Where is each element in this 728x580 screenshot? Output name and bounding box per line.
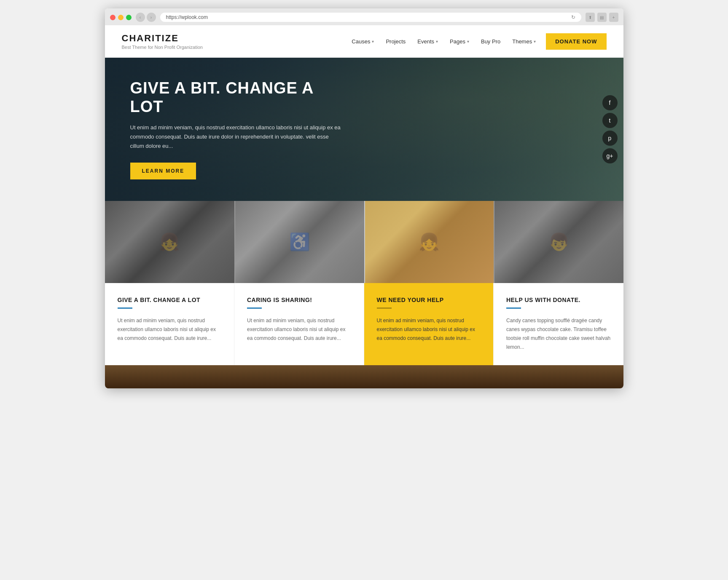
logo-subtitle: Best Theme for Non Profit Organization xyxy=(122,45,203,50)
photo-2 xyxy=(235,201,364,283)
add-tab-icon[interactable]: + xyxy=(609,13,618,22)
minimize-button[interactable] xyxy=(118,15,124,20)
chevron-down-icon: ▾ xyxy=(467,39,469,44)
browser-actions: ⬆ ▤ + xyxy=(586,13,618,22)
maximize-button[interactable] xyxy=(126,15,132,20)
browser-chrome: ‹ › https://wplook.com ↻ ⬆ ▤ + xyxy=(105,8,623,25)
info-cards-section: GIVE A BIT. CHANGE A LOT Ut enim ad mini… xyxy=(105,283,623,365)
card-3-text: Ut enim ad minim veniam, quis nostrud ex… xyxy=(377,316,481,343)
back-button[interactable]: ‹ xyxy=(136,13,145,22)
card-3-title: WE NEED YOUR HELP xyxy=(377,297,481,303)
photo-cell-1 xyxy=(105,201,235,283)
nav-pages[interactable]: Pages ▾ xyxy=(450,38,469,45)
nav-causes[interactable]: Causes ▾ xyxy=(352,38,374,45)
photo-cell-4 xyxy=(494,201,623,283)
browser-window: ‹ › https://wplook.com ↻ ⬆ ▤ + CHARITIZE… xyxy=(105,8,623,388)
twitter-icon[interactable]: t xyxy=(602,113,618,128)
footer-bg xyxy=(105,365,623,388)
chevron-down-icon: ▾ xyxy=(436,39,438,44)
photo-cell-3 xyxy=(364,201,494,283)
url-display: https://wplook.com xyxy=(166,14,208,20)
hero-section: f t p g+ GIVE A BIT. CHANGE A LOT Ut eni… xyxy=(105,58,623,201)
info-card-2: CARING IS SHARING! Ut enim ad minim veni… xyxy=(234,283,364,365)
photo-4 xyxy=(494,201,623,283)
browser-top-bar: ‹ › https://wplook.com ↻ ⬆ ▤ + xyxy=(110,13,618,22)
card-4-text: Candy canes topping soufflé dragée candy… xyxy=(506,316,611,352)
traffic-lights xyxy=(110,15,132,20)
card-2-title: CARING IS SHARING! xyxy=(247,297,351,303)
chevron-down-icon: ▾ xyxy=(534,39,536,44)
card-3-divider xyxy=(377,307,392,309)
refresh-icon[interactable]: ↻ xyxy=(571,14,575,20)
card-2-text: Ut enim ad minim veniam, quis nostrud ex… xyxy=(247,316,351,343)
nav-events[interactable]: Events ▾ xyxy=(417,38,438,45)
site-content: CHARITIZE Best Theme for Non Profit Orga… xyxy=(105,25,623,388)
card-1-title: GIVE A BIT. CHANGE A LOT xyxy=(118,297,222,303)
info-card-1: GIVE A BIT. CHANGE A LOT Ut enim ad mini… xyxy=(105,283,235,365)
card-4-divider xyxy=(506,307,521,309)
browser-nav: ‹ › xyxy=(136,13,156,22)
pinterest-icon[interactable]: p xyxy=(602,131,618,146)
forward-button[interactable]: › xyxy=(147,13,156,22)
site-header: CHARITIZE Best Theme for Non Profit Orga… xyxy=(105,25,623,58)
photo-1 xyxy=(105,201,235,283)
nav-projects[interactable]: Projects xyxy=(386,38,406,45)
card-2-divider xyxy=(247,307,262,309)
learn-more-button[interactable]: LEARN MORE xyxy=(130,163,196,179)
google-plus-icon[interactable]: g+ xyxy=(602,148,618,163)
photo-cell-2 xyxy=(234,201,364,283)
share-icon[interactable]: ⬆ xyxy=(586,13,595,22)
photo-3 xyxy=(365,201,494,283)
social-sidebar: f t p g+ xyxy=(602,95,623,163)
donate-button[interactable]: DONATE NOW xyxy=(546,33,606,50)
nav-themes[interactable]: Themes ▾ xyxy=(512,38,536,45)
nav-buy-pro[interactable]: Buy Pro xyxy=(481,38,500,45)
hero-title: GIVE A BIT. CHANGE A LOT xyxy=(130,79,341,116)
address-bar[interactable]: https://wplook.com ↻ xyxy=(160,13,581,22)
card-1-text: Ut enim ad minim veniam, quis nostrud ex… xyxy=(118,316,222,343)
close-button[interactable] xyxy=(110,15,116,20)
photo-strip xyxy=(105,201,623,283)
logo-title: CHARITIZE xyxy=(122,33,203,44)
hero-text: Ut enim ad minim veniam, quis nostrud ex… xyxy=(130,123,341,151)
card-4-title: HELP US WITH DONATE. xyxy=(506,297,611,303)
footer-preview xyxy=(105,365,623,388)
site-logo: CHARITIZE Best Theme for Non Profit Orga… xyxy=(122,33,203,50)
facebook-icon[interactable]: f xyxy=(602,95,618,110)
card-1-divider xyxy=(118,307,132,309)
site-nav: Causes ▾ Projects Events ▾ Pages ▾ Buy P… xyxy=(352,38,536,45)
reader-icon[interactable]: ▤ xyxy=(597,13,607,22)
hero-content: GIVE A BIT. CHANGE A LOT Ut enim ad mini… xyxy=(105,79,366,179)
chevron-down-icon: ▾ xyxy=(372,39,374,44)
info-card-4: HELP US WITH DONATE. Candy canes topping… xyxy=(494,283,623,365)
info-card-3: WE NEED YOUR HELP Ut enim ad minim venia… xyxy=(364,283,494,365)
